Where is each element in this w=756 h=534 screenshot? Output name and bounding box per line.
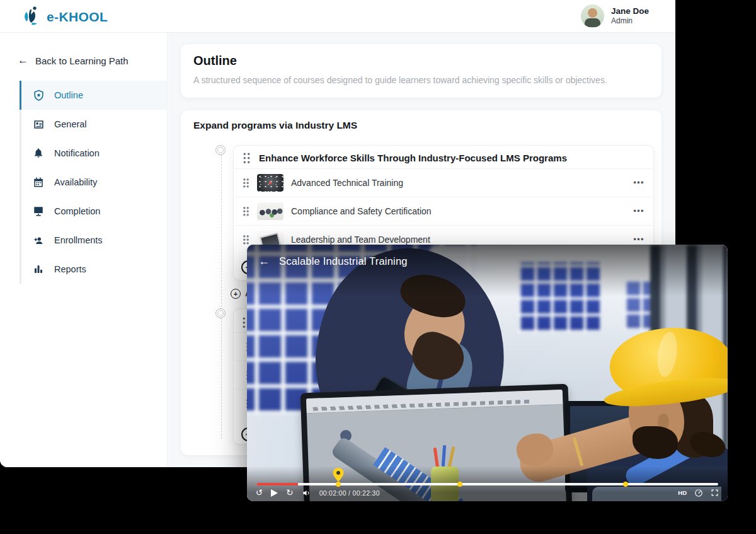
person-add-icon [32,234,45,247]
section-title: Enhance Workforce Skills Through Industr… [259,153,567,163]
course-row[interactable]: Compliance and Safety Certification ⋯ [234,197,653,225]
id-card-icon [32,118,45,131]
outline-header-card: Outline A structured sequence of courses… [181,44,662,98]
drag-handle-icon[interactable] [243,206,249,216]
video-title: Scalable Industrial Training [279,254,408,268]
user-menu[interactable]: Jane Doe Admin [581,4,649,28]
sidebar-item-completion[interactable]: Completion [20,197,167,226]
brand-bird-icon [23,6,42,28]
fullscreen-icon[interactable] [711,489,719,497]
timeline-node [215,145,226,155]
calendar-icon [32,176,45,189]
sidebar-item-reports[interactable]: Reports [20,255,167,284]
sidebar-item-outline[interactable]: Outline [20,81,167,110]
bar-chart-icon [32,263,45,276]
course-title: Leadership and Team Development [291,235,430,245]
sidebar-item-label: Outline [54,90,83,100]
page-description: A structured sequence of courses designe… [193,75,649,85]
rewind-icon[interactable]: ↺ [256,489,263,497]
sidebar-item-label: Availability [54,177,97,187]
chapter-marker[interactable] [336,482,341,487]
video-back-button[interactable]: ← [258,254,270,268]
forward-icon[interactable]: ↻ [286,489,293,497]
sidebar-item-label: Enrollments [54,235,103,245]
course-thumbnail [257,174,284,192]
video-controls-bar: ↺ ↻ 00:02:00 / 00:22:30 HD [247,466,728,501]
video-title-bar: ← Scalable Industrial Training [247,245,728,296]
user-name: Jane Doe [611,6,649,16]
app-header: e-KHOOL Jane Doe Admin [0,0,675,33]
monitor-check-icon [32,205,45,218]
video-player[interactable]: ← Scalable Industrial Training ↺ [247,245,728,501]
sidebar-item-enrollments[interactable]: Enrollments [20,226,167,255]
drag-handle-icon[interactable] [243,178,249,188]
sidebar-item-label: Reports [54,264,86,274]
sidebar-item-general[interactable]: General [20,110,167,139]
sidebar-item-label: General [54,119,87,129]
row-menu-button[interactable]: ⋯ [633,180,644,186]
drag-handle-icon[interactable] [243,152,251,164]
progress-played [256,483,298,485]
bell-icon [32,147,45,160]
back-to-learning-path-link[interactable]: ← Back to Learning Path [18,54,167,67]
row-menu-button[interactable]: ⋯ [633,236,644,243]
course-row[interactable]: Advanced Technical Training ⋯ [234,168,653,197]
sidebar-nav: Outline General Notification [20,81,167,284]
back-arrow-icon: ← [18,54,28,67]
sidebar-item-label: Notification [54,148,100,158]
chapter-marker[interactable] [457,482,462,487]
course-thumbnail [257,202,284,220]
course-title: Compliance and Safety Certification [291,206,432,216]
sidebar: ← Back to Learning Path Outline General [0,33,168,467]
shield-star-icon [32,89,45,102]
page-title: Outline [193,54,649,68]
sidebar-item-notification[interactable]: Notification [20,139,167,168]
drag-handle-icon[interactable] [243,235,249,245]
play-icon[interactable] [271,489,278,497]
sidebar-item-label: Completion [54,206,100,216]
chapter-marker[interactable] [623,482,628,487]
volume-icon[interactable] [302,489,311,497]
sidebar-item-availability[interactable]: Availability [20,168,167,197]
avatar [581,4,604,28]
playback-speed-icon[interactable] [694,489,703,497]
section-header: Enhance Workforce Skills Through Industr… [234,146,653,168]
row-menu-button[interactable]: ⋯ [633,208,644,214]
video-controls: ↺ ↻ 00:02:00 / 00:22:30 HD [256,487,719,499]
timeline-node [215,308,226,318]
course-title: Advanced Technical Training [291,178,403,188]
timeline-line [221,148,222,439]
brand-logo: e-KHOOL [23,6,108,28]
plus-icon: + [231,289,241,299]
back-label: Back to Learning Path [35,55,129,66]
desktop-background: e-KHOOL Jane Doe Admin ← Back to Learnin… [0,0,756,534]
brand-name: e-KHOOL [47,9,108,25]
user-role: Admin [611,16,649,26]
playhead-pin[interactable] [333,468,343,482]
video-time-display: 00:02:00 / 00:22:30 [319,489,380,497]
video-progress-bar[interactable] [256,483,718,485]
video-controls-right: HD [678,489,719,497]
quality-button[interactable]: HD [678,489,687,496]
programs-card-title: Expand programs via Industry LMS [193,120,649,131]
